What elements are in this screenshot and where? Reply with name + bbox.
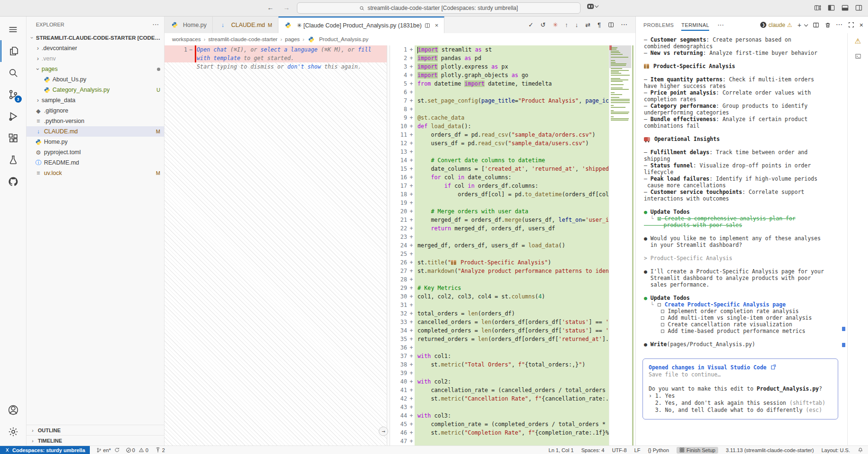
language-mode[interactable]: {} Python <box>648 447 669 453</box>
file-tree-item-streamlit-claude-code-starter-codesp[interactable]: ›STREAMLIT-CLAUDE-CODE-STARTER [CODESP..… <box>26 33 164 43</box>
panel-tab-terminal[interactable]: TERMINAL <box>677 17 713 33</box>
explorer-icon[interactable] <box>0 40 26 62</box>
file-tree-item-category-analysis-py[interactable]: Category_Analysis.pyU <box>26 85 164 95</box>
terminal-warning-icon[interactable]: ⚠ <box>853 36 863 46</box>
tab-home-py[interactable]: Home.py <box>165 17 213 33</box>
chevron-collapsed-icon: › <box>34 97 42 104</box>
split-terminal-icon[interactable] <box>813 22 819 28</box>
encoding[interactable]: UTF-8 <box>612 447 626 453</box>
sidebar-section-timeline[interactable]: ›TIMELINE <box>26 435 164 445</box>
explorer-more-actions-icon[interactable]: ··· <box>153 22 159 27</box>
next-diff-button[interactable]: → <box>379 427 388 436</box>
file-tree-item-python-version[interactable]: ≡.python-version <box>26 116 164 126</box>
file-tree-item-readme-md[interactable]: ⓘREADME.md <box>26 157 164 168</box>
file-tree-item-venv[interactable]: ›.venv <box>26 53 164 64</box>
claude-spark-icon[interactable]: ✳ <box>553 22 558 28</box>
swap-sides-icon[interactable]: ⇄ <box>585 22 590 28</box>
remote-indicator[interactable]: Codespaces: sturdy umbrella <box>0 446 90 454</box>
file-tree-item-pyproject-toml[interactable]: ⚙pyproject.toml <box>26 147 164 157</box>
github-icon[interactable] <box>0 171 26 192</box>
file-tree-item-about-us-py[interactable]: About_Us.py <box>26 74 164 85</box>
next-change-icon[interactable]: ↓ <box>575 22 579 28</box>
account-icon[interactable] <box>0 399 26 421</box>
search-icon[interactable] <box>0 62 26 84</box>
render-whitespace-icon[interactable]: ¶ <box>598 22 601 28</box>
ports-status[interactable]: 2 <box>155 447 165 453</box>
tab-product-analysis[interactable]: ✳ [Claude Code] Product_Analysis.py (183… <box>278 17 445 33</box>
file-tree-item-home-py[interactable]: Home.py <box>26 137 164 147</box>
panel-more-actions-icon[interactable]: ··· <box>713 22 729 28</box>
code-text: def load_data(): <box>415 122 635 131</box>
maximize-panel-icon[interactable] <box>848 22 854 28</box>
python-interpreter[interactable]: 3.11.13 (streamlit-claude-code-starter) <box>726 447 814 453</box>
added-marker: + <box>408 88 415 96</box>
file-tree-item-uv-lock[interactable]: ≡uv.lockM <box>26 168 164 178</box>
new-terminal-icon[interactable]: + <box>798 22 801 28</box>
terminal-item-icon[interactable] <box>853 51 863 61</box>
tab-claude-md[interactable]: ↓CLAUDE.mdM <box>213 17 278 33</box>
breadcrumb-item-4[interactable]: Product_Analysis.py <box>307 36 368 43</box>
breadcrumb-item-3[interactable]: pages <box>285 36 300 42</box>
file-tree-item-devcontainer[interactable]: ›.devcontainer <box>26 43 164 53</box>
customize-layout-icon[interactable] <box>814 4 821 11</box>
diff-sash[interactable] <box>387 45 390 445</box>
code-text: total_orders = len(orders_df) <box>415 309 635 318</box>
finish-setup-button[interactable]: Finish Setup <box>677 447 718 454</box>
panel-tab-problems[interactable]: PROBLEMS <box>640 17 677 33</box>
cursor-position[interactable]: Ln 1, Col 1 <box>548 447 573 453</box>
split-editor-icon[interactable] <box>608 22 614 28</box>
source-control-icon[interactable]: 3 <box>0 84 26 105</box>
line-number: 8 <box>390 105 408 114</box>
problems-status[interactable]: 0 0 <box>126 447 148 453</box>
accept-change-icon[interactable]: ✓ <box>528 22 533 28</box>
code-line: 30+col1, col2, col3, col4 = st.columns(4… <box>390 292 635 301</box>
file-tree-item-claude-md[interactable]: ↓CLAUDE.mdM <box>26 126 164 137</box>
kill-terminal-icon[interactable] <box>825 22 831 28</box>
terminal-tabs-list: ⚠ <box>847 33 868 445</box>
branch-status[interactable]: en* <box>96 447 120 453</box>
back-icon[interactable]: ← <box>267 4 274 11</box>
terminal-tab-claude[interactable]: ❯ claude ⚠ <box>760 22 792 28</box>
settings-icon[interactable] <box>0 421 26 443</box>
extensions-icon[interactable] <box>0 127 26 149</box>
toggle-panel-icon[interactable] <box>842 4 849 11</box>
diff-editor[interactable]: 1−Open chat (⌘I), or select a language (… <box>165 45 635 445</box>
toggle-secondary-sidebar-icon[interactable] <box>855 4 862 11</box>
keyboard-layout[interactable]: Layout: U.S. <box>821 447 850 453</box>
breadcrumb-item-1[interactable]: workspaces <box>172 36 201 42</box>
file-tree-item-pages[interactable]: ›pages <box>26 64 164 74</box>
breadcrumb-item-2[interactable]: streamlit-claude-code-starter <box>208 36 278 42</box>
copilot-menu-button[interactable] <box>587 4 598 9</box>
breadcrumb-separator-icon: › <box>280 36 282 42</box>
added-marker: + <box>408 394 415 403</box>
close-panel-icon[interactable]: × <box>859 22 863 28</box>
panel-overflow-icon[interactable]: ··· <box>836 22 843 27</box>
diff-original-pane[interactable]: 1−Open chat (⌘I), or select a language (… <box>165 45 387 445</box>
menu-icon[interactable] <box>0 18 26 40</box>
dialog-option-3[interactable]: 3. No, and tell Claude what to do differ… <box>649 407 832 414</box>
minimap[interactable] <box>609 45 631 445</box>
file-tree-item-gitignore[interactable]: ◆.gitignore <box>26 105 164 116</box>
code-text: st.metric("Total Orders", f"{total_order… <box>415 360 635 369</box>
terminal-dropdown-icon[interactable] <box>804 22 808 26</box>
indentation[interactable]: Spaces: 4 <box>581 447 604 453</box>
eol[interactable]: LF <box>634 447 641 453</box>
more-actions-icon[interactable]: ··· <box>621 22 628 27</box>
python-icon <box>170 22 179 28</box>
diff-modified-pane[interactable]: 1+import streamlit as st2+import pandas … <box>390 45 635 445</box>
discard-change-icon[interactable]: ↺ <box>540 22 546 28</box>
command-center-search[interactable]: streamlit-claude-code-starter [Codespace… <box>297 2 581 14</box>
checkbox-empty-icon <box>661 323 664 326</box>
run-debug-icon[interactable] <box>0 105 26 127</box>
toggle-primary-sidebar-icon[interactable] <box>828 4 835 11</box>
file-tree-item-sample-data[interactable]: ›sample_data <box>26 95 164 105</box>
dialog-option-2[interactable]: 2. Yes, and don't ask again this session… <box>649 400 832 407</box>
minimap-line <box>611 107 625 108</box>
notifications-bell-icon[interactable] <box>858 447 863 453</box>
sidebar-section-outline[interactable]: ›OUTLINE <box>26 425 164 435</box>
previous-change-icon[interactable]: ↑ <box>565 22 568 28</box>
close-icon[interactable]: × <box>435 22 439 29</box>
testing-icon[interactable] <box>0 149 26 171</box>
forward-icon[interactable]: → <box>283 4 290 11</box>
dialog-option-1[interactable]: › 1. Yes <box>649 393 832 400</box>
